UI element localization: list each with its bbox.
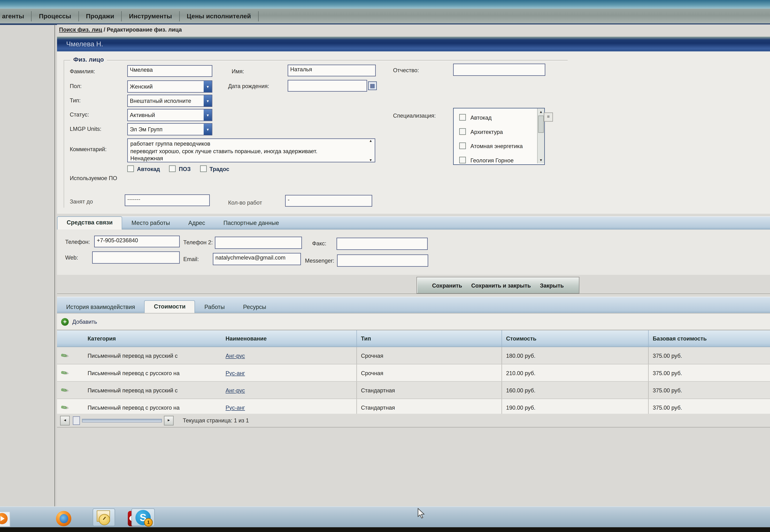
row-edit-cell[interactable]: ✎ xyxy=(57,368,83,377)
chevron-down-icon[interactable]: ▼ xyxy=(203,95,212,106)
scroll-up-icon[interactable]: ▲ xyxy=(538,108,544,115)
specialization-item-label: Автокад xyxy=(471,114,492,120)
menu-item[interactable]: Продажи xyxy=(79,11,122,21)
add-button[interactable]: Добавить xyxy=(72,319,97,325)
column-header[interactable]: Тип xyxy=(356,330,502,347)
action-button[interactable]: Сохранить и закрыть xyxy=(471,282,531,288)
breadcrumb-link[interactable]: Поиск физ. лиц xyxy=(59,26,102,33)
gender-select[interactable]: Женский▼ xyxy=(127,80,212,93)
taskbar-item-firefox[interactable] xyxy=(25,508,51,526)
checkbox[interactable] xyxy=(169,165,176,172)
messenger-field[interactable] xyxy=(337,254,428,267)
lastname-field[interactable]: Чмелева xyxy=(127,65,212,77)
comment-scrollbar[interactable]: ▲ ▼ xyxy=(367,139,374,162)
chevron-down-icon[interactable]: ▼ xyxy=(203,124,212,135)
patronymic-field[interactable] xyxy=(453,64,545,76)
menu-item[interactable]: Процессы xyxy=(32,11,79,21)
email-field[interactable]: natalychmeleva@gmail.com xyxy=(213,253,301,265)
taskbar-item-skype[interactable]: S1 xyxy=(131,508,155,526)
edit-pencil-icon[interactable]: ✎ xyxy=(59,368,69,377)
lmgp-units-select[interactable]: Эл Эм Групп▼ xyxy=(127,123,212,135)
scrollbar-thumb[interactable] xyxy=(538,115,544,133)
action-button[interactable]: Сохранить xyxy=(432,282,462,288)
row-edit-cell[interactable]: ✎ xyxy=(57,403,83,412)
menu-item[interactable]: Инструменты xyxy=(122,11,179,21)
add-plus-icon[interactable]: + xyxy=(61,318,69,326)
pager-track[interactable] xyxy=(82,419,162,422)
checkbox[interactable] xyxy=(459,128,466,135)
row-edit-cell[interactable]: ✎ xyxy=(57,351,83,360)
pager-slider[interactable] xyxy=(73,416,80,425)
firstname-field[interactable]: Наталья xyxy=(288,65,376,76)
specialization-listbox[interactable]: Автокад Архитектура Атомная энергетика xyxy=(453,108,545,165)
name-link[interactable]: Рус-анг xyxy=(226,370,245,376)
birthdate-field[interactable] xyxy=(288,80,367,92)
chevron-down-icon[interactable]: ▼ xyxy=(203,109,212,121)
contact-tab[interactable]: Место работы xyxy=(122,217,179,229)
checkbox[interactable] xyxy=(459,143,466,149)
menu-item[interactable]: агенты xyxy=(0,11,32,21)
listbox-scrollbar[interactable]: ▲ ▼ xyxy=(537,108,544,163)
specialization-item[interactable]: Автокад xyxy=(454,108,544,123)
calendar-icon[interactable]: ▦ xyxy=(368,81,377,90)
taskbar-item-media-player[interactable] xyxy=(0,508,20,526)
taskbar-item-red-eye-app[interactable] xyxy=(61,508,87,526)
specialization-item[interactable]: Геология Горное xyxy=(454,151,544,165)
fax-field[interactable] xyxy=(336,238,428,250)
lower-tab[interactable]: Ресурсы xyxy=(234,301,275,313)
taskbar-item-outlook[interactable] xyxy=(93,508,115,526)
contact-tab[interactable]: Средства связи xyxy=(57,216,122,230)
lower-tab[interactable]: Работы xyxy=(195,301,234,313)
phone2-field[interactable] xyxy=(215,237,302,249)
contact-tab[interactable]: Паспортные данные xyxy=(214,217,288,229)
action-button[interactable]: Закрыть xyxy=(540,282,564,288)
software-item-label: Автокад xyxy=(137,166,160,172)
scroll-up-icon[interactable]: ▲ xyxy=(367,139,374,143)
page-left-icon[interactable]: ◄ xyxy=(60,415,70,425)
edit-pencil-icon[interactable]: ✎ xyxy=(59,351,69,360)
busy-until-field[interactable]: ------- xyxy=(125,194,210,206)
name-link[interactable]: Анг-рус xyxy=(226,352,245,359)
edit-pencil-icon[interactable]: ✎ xyxy=(59,385,69,395)
checkbox[interactable] xyxy=(459,157,466,163)
checkbox[interactable] xyxy=(127,165,134,172)
menu-item[interactable]: Цены исполнителей xyxy=(179,11,258,21)
specialization-item[interactable]: Архитектура xyxy=(454,123,544,137)
chevron-down-icon[interactable]: ▼ xyxy=(203,81,212,92)
software-item[interactable]: Автокад xyxy=(127,165,160,172)
software-item[interactable]: Традос xyxy=(200,165,229,172)
scroll-down-icon[interactable]: ▼ xyxy=(538,157,544,163)
desktop-top-strip xyxy=(0,0,770,9)
column-header[interactable]: Стоимость xyxy=(502,330,648,347)
checkbox[interactable] xyxy=(459,114,466,121)
lower-tab[interactable]: История взаимодействия xyxy=(57,301,144,313)
table-row[interactable]: ✎ Письменный перевод с русского на Рус-а… xyxy=(57,364,770,382)
specialization-item-label: Геология Горное xyxy=(471,157,514,163)
software-item[interactable]: ПОЗ xyxy=(169,165,191,172)
name-link[interactable]: Анг-рус xyxy=(226,387,245,393)
name-link[interactable]: Рус-анг xyxy=(226,404,245,411)
specialization-item[interactable]: Атомная энергетика xyxy=(454,137,544,151)
column-header[interactable]: Наименование xyxy=(221,335,356,342)
phone-label: Телефон: xyxy=(65,239,90,245)
page-right-icon[interactable]: ► xyxy=(164,415,174,425)
cost-cell: 160.00 руб. xyxy=(502,382,648,399)
table-row[interactable]: ✎ Письменный перевод на русский с Анг-ру… xyxy=(57,382,770,399)
status-select[interactable]: Активный▼ xyxy=(127,109,212,121)
list-options-icon[interactable]: ≡ xyxy=(544,113,553,122)
phone-field[interactable]: +7-905-0236840 xyxy=(94,236,180,247)
contact-tab[interactable]: Адрес xyxy=(179,217,214,229)
column-header[interactable]: Базовая стоимость xyxy=(648,330,770,347)
lower-tab[interactable]: Стоимости xyxy=(144,300,195,314)
type-select[interactable]: Внештатный исполните▼ xyxy=(127,95,212,107)
column-header[interactable]: Категория xyxy=(83,335,221,342)
jobs-count-field[interactable]: - xyxy=(285,195,372,207)
web-field[interactable] xyxy=(92,251,180,264)
firstname-label: Имя: xyxy=(232,68,244,74)
table-row[interactable]: ✎ Письменный перевод на русский с Анг-ру… xyxy=(57,347,770,364)
checkbox[interactable] xyxy=(200,165,206,172)
row-edit-cell[interactable]: ✎ xyxy=(57,385,83,395)
edit-pencil-icon[interactable]: ✎ xyxy=(59,403,69,412)
scroll-down-icon[interactable]: ▼ xyxy=(367,158,374,162)
comment-textarea[interactable]: работает группа переводчиков переводит х… xyxy=(127,138,375,162)
